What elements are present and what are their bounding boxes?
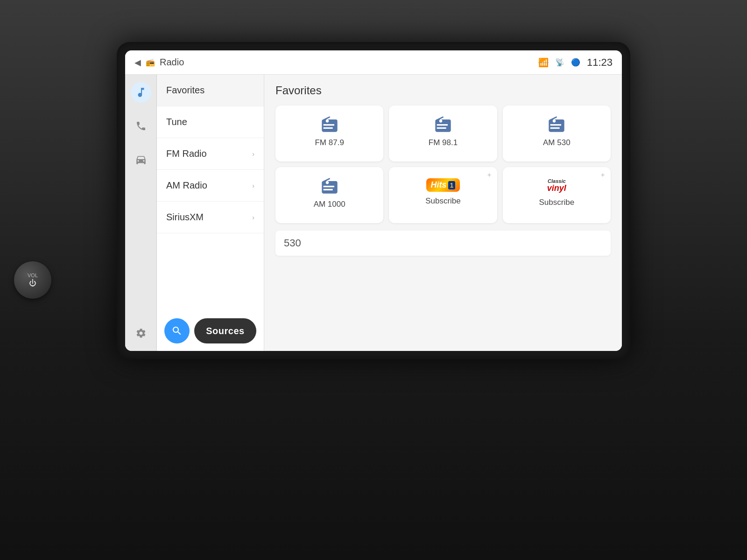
screen: ◀ 📻 Radio 📶 📡 🔵 11:23 xyxy=(125,50,622,351)
search-button[interactable] xyxy=(164,318,190,343)
nav-item-favorites-label: Favorites xyxy=(166,85,204,96)
status-right: 📶 📡 🔵 11:23 xyxy=(538,56,613,69)
status-bar: ◀ 📻 Radio 📶 📡 🔵 11:23 xyxy=(125,50,622,75)
nav-item-favorites[interactable]: Favorites xyxy=(157,75,264,106)
favorite-card-fm879[interactable]: FM 87.9 xyxy=(275,105,383,161)
dashboard-frame: ◀ 📻 Radio 📶 📡 🔵 11:23 xyxy=(117,42,630,359)
radio-signal-icon: 📡 xyxy=(555,58,564,67)
add-vinyl-icon[interactable]: ＋ xyxy=(599,171,606,179)
no-signal-icon: 📶 xyxy=(538,57,549,68)
subscribe1-label: Subscribe xyxy=(425,196,461,206)
favorite-card-am1000[interactable]: AM 1000 xyxy=(275,167,383,223)
app-title: Radio xyxy=(160,57,184,68)
favorite-card-am530[interactable]: AM 530 xyxy=(503,105,611,161)
sidebar-icon-music[interactable] xyxy=(131,82,151,103)
content-area: Favorites FM 87.9 xyxy=(264,75,622,351)
fm879-label: FM 87.9 xyxy=(315,138,344,147)
volume-knob[interactable]: VOL ⏻ xyxy=(14,261,51,299)
car-background: VOL ⏻ ◀ 📻 Radio 📶 📡 🔵 11:23 xyxy=(0,0,747,560)
subscribe2-label: Subscribe xyxy=(539,198,575,207)
classic-vinyl-logo: Classic vinyl xyxy=(547,178,566,193)
favorites-title: Favorites xyxy=(275,84,611,97)
sources-button[interactable]: Sources xyxy=(194,318,256,343)
siriusxm-chevron: › xyxy=(252,214,254,221)
power-icon: ⏻ xyxy=(29,279,36,287)
fm981-label: FM 98.1 xyxy=(429,138,458,147)
nav-menu: Favorites Tune FM Radio › AM Radio › Sir xyxy=(157,75,264,351)
radio-small-icon: 📻 xyxy=(146,58,155,67)
am1000-label: AM 1000 xyxy=(314,200,345,209)
nav-bottom: Sources xyxy=(157,311,264,351)
back-icon[interactable]: ◀ xyxy=(134,57,141,68)
am530-label: AM 530 xyxy=(543,138,571,147)
add-hits-icon[interactable]: ＋ xyxy=(486,171,493,179)
sidebar-icon-settings[interactable] xyxy=(131,323,151,343)
sidebar-icon-car[interactable] xyxy=(131,149,151,170)
fm-radio-chevron: › xyxy=(252,150,254,158)
nav-item-am-radio-label: AM Radio xyxy=(166,180,207,191)
nav-item-am-radio[interactable]: AM Radio › xyxy=(157,170,264,202)
nav-item-fm-radio-label: FM Radio xyxy=(166,148,207,159)
nav-item-tune-label: Tune xyxy=(166,117,187,127)
favorites-grid: FM 87.9 FM 98.1 xyxy=(275,105,611,223)
status-left: ◀ 📻 Radio xyxy=(134,57,184,68)
clock: 11:23 xyxy=(587,56,613,69)
main-content: Favorites Tune FM Radio › AM Radio › Sir xyxy=(125,75,622,351)
bluetooth-icon: 🔵 xyxy=(571,58,580,67)
icon-sidebar xyxy=(125,75,157,351)
nav-item-tune[interactable]: Tune xyxy=(157,106,264,138)
hits-logo: Hits 1 xyxy=(426,178,460,192)
nav-item-siriusxm[interactable]: SiriusXM › xyxy=(157,202,264,233)
sidebar-icon-phone[interactable] xyxy=(131,116,151,136)
currently-playing: 530 xyxy=(275,231,611,256)
vol-label: VOL xyxy=(28,273,38,278)
favorite-card-fm981[interactable]: FM 98.1 xyxy=(389,105,497,161)
nav-item-siriusxm-label: SiriusXM xyxy=(166,212,204,223)
favorite-card-subscribe-vinyl[interactable]: ＋ Classic vinyl Subscribe xyxy=(503,167,611,223)
am-radio-chevron: › xyxy=(252,182,254,189)
favorite-card-subscribe-hits[interactable]: ＋ Hits 1 Subscribe xyxy=(389,167,497,223)
nav-item-fm-radio[interactable]: FM Radio › xyxy=(157,138,264,170)
currently-playing-text: 530 xyxy=(284,237,301,249)
